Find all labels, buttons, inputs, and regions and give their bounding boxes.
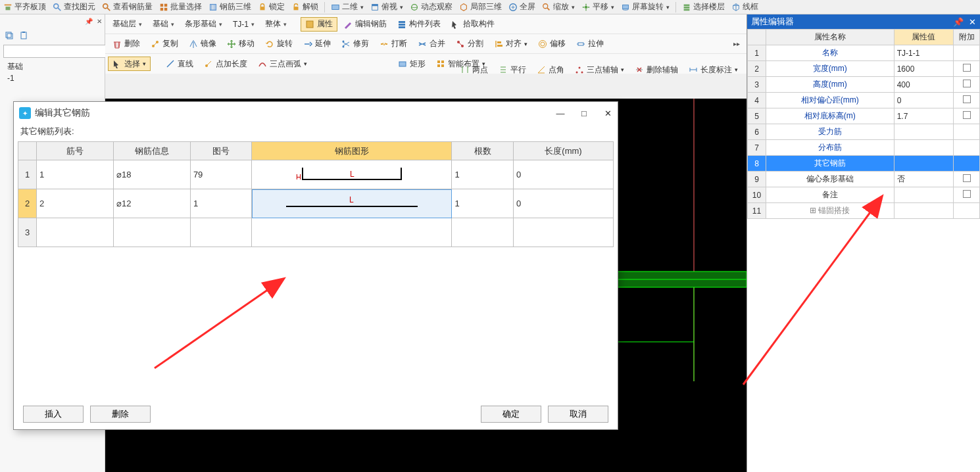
btn-stretch[interactable]: 拉伸 xyxy=(572,37,608,51)
btn-align[interactable]: 对齐▾ xyxy=(489,37,532,51)
btn-line[interactable]: 直线 xyxy=(161,57,198,71)
svg-line-5 xyxy=(107,7,110,10)
prop-pin-icon[interactable]: 📌 xyxy=(953,17,964,27)
svg-point-21 xyxy=(543,3,548,8)
tb-local-3d[interactable]: 局部三维 xyxy=(457,1,504,13)
dd-subcategory[interactable]: 条形基础▾ xyxy=(180,17,227,32)
grid-row[interactable]: 3 xyxy=(18,218,614,247)
btn-pick-component[interactable]: 拾取构件 xyxy=(447,17,499,32)
dd-category[interactable]: 基础▾ xyxy=(148,17,179,32)
svg-line-3 xyxy=(58,7,61,10)
tb-orbit[interactable]: 动态观察 xyxy=(408,1,454,13)
tree-node-item[interactable]: -1 xyxy=(3,73,101,83)
btn-merge[interactable]: 合并 xyxy=(413,37,450,51)
tb-batch-select[interactable]: 批量选择 xyxy=(157,1,204,13)
btn-move[interactable]: 移动 xyxy=(222,37,259,51)
rebar-grid[interactable]: 筋号钢筋信息图号钢筋图形根数长度(mm) 11⌀1879HL1022⌀121L1… xyxy=(18,141,614,247)
btn-break[interactable]: 打断 xyxy=(375,37,412,51)
dialog-insert-button[interactable]: 插入 xyxy=(23,406,84,423)
prop-row[interactable]: 1名称TJ-1-1 xyxy=(748,45,980,61)
tb-lock[interactable]: 锁定 xyxy=(256,1,287,13)
edit-other-rebar-dialog: ✦ 编辑其它钢筋 — □ ✕ 其它钢筋列表: 筋号钢筋信息图号钢筋图形根数长度(… xyxy=(13,101,618,430)
svg-rect-26 xyxy=(684,7,690,9)
svg-point-41 xyxy=(343,45,345,47)
dialog-cancel-button[interactable]: 取消 xyxy=(548,406,608,423)
prop-row[interactable]: 2宽度(mm)1600 xyxy=(748,61,980,77)
prop-row[interactable]: 8其它钢筋 xyxy=(748,156,980,172)
svg-rect-35 xyxy=(399,21,405,23)
tb-screen-rotate[interactable]: 屏幕旋转▾ xyxy=(619,1,672,13)
property-editor-panel: 属性编辑器 📌✕ 属性名称 属性值 附加 1名称TJ-1-12宽度(mm)160… xyxy=(747,14,980,472)
dd-floor[interactable]: 基础层▾ xyxy=(108,17,147,32)
tb-pan[interactable]: 平移▾ xyxy=(579,1,616,13)
dialog-minimize-icon[interactable]: — xyxy=(556,108,565,118)
svg-point-23 xyxy=(585,5,587,8)
grid-row[interactable]: 22⌀121L10 xyxy=(18,189,614,218)
prop-row[interactable]: 4相对偏心距(mm)0 xyxy=(748,93,980,108)
btn-component-list[interactable]: 构件列表 xyxy=(393,17,445,32)
prop-row[interactable]: 7分布筋 xyxy=(748,140,980,156)
tb-top-view[interactable]: 俯视▾ xyxy=(368,1,405,13)
btn-edit-rebar[interactable]: 编辑钢筋 xyxy=(339,17,391,32)
dialog-delete-button[interactable]: 删除 xyxy=(90,406,151,423)
sidebar-paste-icon[interactable] xyxy=(18,30,29,41)
tb-zoom[interactable]: 缩放▾ xyxy=(540,1,577,13)
tb-2d[interactable]: 二维▾ xyxy=(329,1,366,13)
grid-row[interactable]: 11⌀1879HL10 xyxy=(18,160,614,189)
btn-properties[interactable]: 属性 xyxy=(301,17,337,32)
prop-row[interactable]: 10备注 xyxy=(748,187,980,203)
prop-row[interactable]: 3高度(mm)400 xyxy=(748,77,980,93)
btn-mirror[interactable]: 镜像 xyxy=(184,37,221,51)
grid-header: 图号 xyxy=(190,142,252,160)
tb-align-top[interactable]: 平齐板顶 xyxy=(1,1,48,13)
prop-close-icon[interactable]: ✕ xyxy=(969,17,976,27)
dd-component[interactable]: TJ-1▾ xyxy=(228,17,259,32)
prop-row[interactable]: 6受力筋 xyxy=(748,124,980,140)
sidebar-tree[interactable]: 基础 -1 xyxy=(0,59,105,85)
btn-3pt-aux[interactable]: 三点辅轴▾ xyxy=(570,62,629,77)
tb-rebar-3d[interactable]: 钢筋三维 xyxy=(207,1,253,13)
tb-unlock[interactable]: 解锁 xyxy=(289,1,320,13)
dialog-subtitle: 其它钢筋列表: xyxy=(14,124,618,141)
sidebar-copy-icon[interactable] xyxy=(4,30,14,41)
tb-wireframe[interactable]: 线框 xyxy=(729,1,760,13)
svg-rect-25 xyxy=(684,4,690,6)
dialog-ok-button[interactable]: 确定 xyxy=(481,406,541,423)
btn-split[interactable]: 分割 xyxy=(451,37,488,51)
btn-parallel[interactable]: 平行 xyxy=(494,62,531,77)
tb-select-floor[interactable]: 选择楼层 xyxy=(680,1,727,13)
btn-del-aux[interactable]: 删除辅轴 xyxy=(630,62,683,77)
dialog-maximize-icon[interactable]: □ xyxy=(579,108,589,118)
aux-toolbar: 两点 平行 点角 三点辅轴▾ 删除辅轴 长度标注▾ xyxy=(224,59,747,80)
tb-rebar-qty[interactable]: 查看钢筋量 xyxy=(100,1,155,13)
btn-trim[interactable]: 修剪 xyxy=(337,37,374,51)
tb-find-element[interactable]: 查找图元 xyxy=(51,1,97,13)
tree-node-foundation[interactable]: 基础 xyxy=(3,60,101,73)
dd-scope[interactable]: 整体▾ xyxy=(260,17,291,32)
prop-header-value: 属性值 xyxy=(894,30,953,45)
btn-copy[interactable]: 复制 xyxy=(146,37,183,51)
sidebar-pin-icon[interactable]: 📌 xyxy=(85,18,93,25)
svg-line-22 xyxy=(547,7,550,10)
toolbar-overflow-icon[interactable]: ▸▸ xyxy=(729,40,744,47)
dialog-close-icon[interactable]: ✕ xyxy=(603,108,612,118)
prop-row[interactable]: 11⊞ 锚固搭接 xyxy=(748,203,980,219)
btn-select[interactable]: 选择▾ xyxy=(108,57,151,71)
property-table[interactable]: 属性名称 属性值 附加 1名称TJ-1-12宽度(mm)16003高度(mm)4… xyxy=(747,29,980,219)
prop-row[interactable]: 5相对底标高(m)1.7 xyxy=(748,108,980,124)
btn-dimension[interactable]: 长度标注▾ xyxy=(684,62,743,77)
grid-header: 钢筋图形 xyxy=(252,142,452,160)
btn-2pt[interactable]: 两点 xyxy=(456,62,493,77)
btn-extend[interactable]: 延伸 xyxy=(299,37,335,51)
btn-delete[interactable]: 删除 xyxy=(108,37,145,51)
svg-text:H: H xyxy=(296,173,301,181)
tb-fullscreen[interactable]: 全屏 xyxy=(506,1,537,13)
svg-rect-14 xyxy=(260,7,265,10)
sidebar-search-input[interactable] xyxy=(3,45,109,58)
sidebar-close-icon[interactable]: ✕ xyxy=(97,18,102,25)
btn-point-angle[interactable]: 点角 xyxy=(532,62,569,77)
prop-row[interactable]: 9偏心条形基础否 xyxy=(748,172,980,187)
btn-rotate[interactable]: 旋转 xyxy=(260,37,297,51)
btn-offset[interactable]: 偏移 xyxy=(533,37,570,51)
grid-header: 长度(mm) xyxy=(513,142,613,160)
